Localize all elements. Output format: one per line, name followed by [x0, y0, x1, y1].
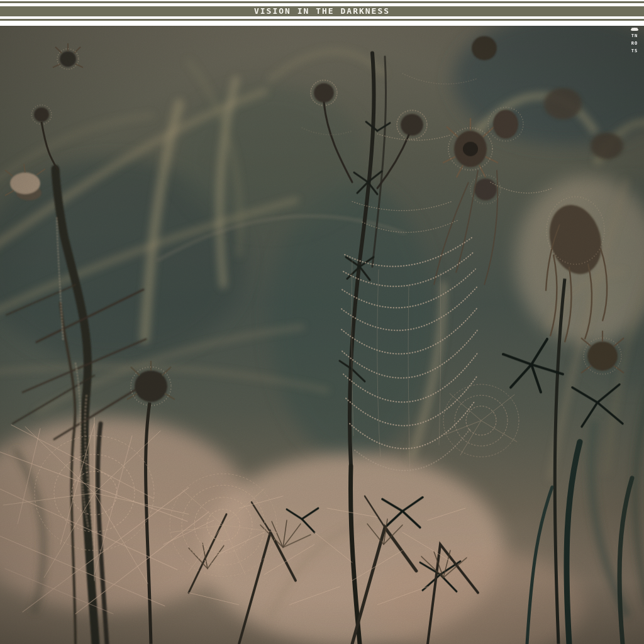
title-band: VISION IN THE DARKNESS	[0, 6, 644, 16]
page-title: VISION IN THE DARKNESS	[254, 7, 390, 16]
album-cover: VISION IN THE DARKNESS	[0, 0, 644, 644]
header-banner: VISION IN THE DARKNESS	[0, 0, 644, 26]
watermark-line: RO	[628, 40, 641, 47]
watermark: TN RO TS	[628, 28, 641, 55]
saucer-icon	[631, 28, 638, 31]
cover-photo	[0, 26, 644, 644]
header-gap	[0, 21, 644, 26]
watermark-line: TN	[628, 32, 641, 40]
watermark-line: TS	[628, 47, 641, 55]
thistle-scene	[0, 26, 644, 644]
vignette	[0, 26, 644, 644]
